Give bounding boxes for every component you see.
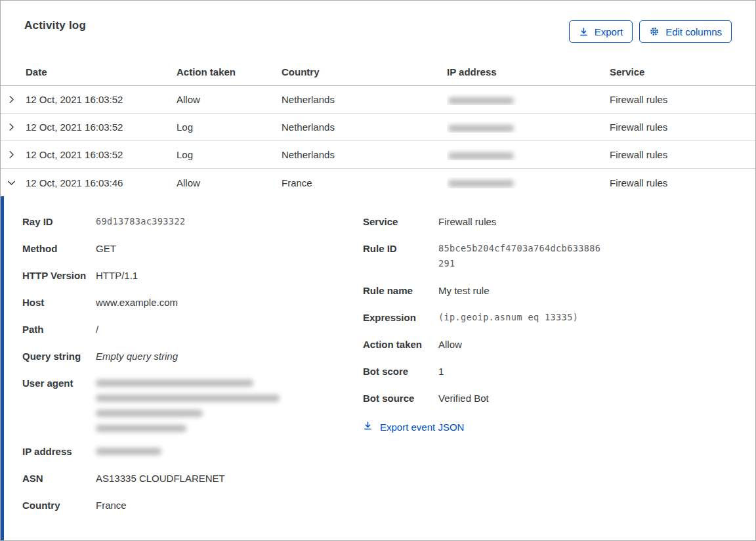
row-country: Netherlands xyxy=(282,121,447,133)
redacted-ip-value xyxy=(448,180,514,187)
detail-value: (ip.geoip.asnum eq 13335) xyxy=(438,310,604,325)
detail-label: Service xyxy=(363,214,438,229)
row-service: Firewall rules xyxy=(610,94,755,105)
export-button[interactable]: Export xyxy=(569,20,633,43)
detail-column-left: Ray ID69d13783ac393322MethodGETHTTP Vers… xyxy=(22,214,363,541)
row-country: France xyxy=(282,177,447,188)
detail-value: Verified Bot xyxy=(438,391,732,406)
event-detail-panel: Ray ID69d13783ac393322MethodGETHTTP Vers… xyxy=(1,196,755,541)
column-header-country: Country xyxy=(282,66,447,77)
edit-columns-button-label: Edit columns xyxy=(665,26,722,37)
detail-entry: MethodGET xyxy=(22,241,363,256)
redacted-ip-value xyxy=(448,97,514,104)
row-country: Netherlands xyxy=(282,94,447,105)
detail-label: Bot score xyxy=(363,364,438,379)
detail-column-right: ServiceFirewall rulesRule ID85bce5b204cf… xyxy=(363,214,732,541)
row-action-taken: Log xyxy=(177,149,282,160)
table-row[interactable]: 12 Oct, 2021 16:03:52LogNetherlandsFirew… xyxy=(1,114,755,141)
detail-value: GET xyxy=(96,241,363,256)
detail-value: 69d13783ac393322 xyxy=(96,214,363,229)
detail-label: HTTP Version xyxy=(22,268,96,283)
detail-label: Ray ID xyxy=(22,214,96,229)
detail-value xyxy=(96,376,363,432)
redacted-ip-value xyxy=(448,125,514,132)
export-event-json-link[interactable]: Export event JSON xyxy=(363,421,464,433)
detail-label: Rule ID xyxy=(363,241,438,271)
table-header: Date Action taken Country IP address Ser… xyxy=(1,58,755,86)
detail-entry: ASNAS13335 CLOUDFLARENET xyxy=(22,471,363,486)
redacted-value xyxy=(96,376,363,432)
detail-entry: HTTP VersionHTTP/1.1 xyxy=(22,268,363,283)
chevron-right-icon[interactable] xyxy=(1,150,26,160)
redacted-line xyxy=(96,395,280,402)
download-icon xyxy=(363,421,373,433)
row-date: 12 Oct, 2021 16:03:52 xyxy=(26,121,177,133)
detail-value: France xyxy=(96,498,363,513)
detail-value: 85bce5b204cf4703a764dcb633886291 xyxy=(438,241,604,271)
detail-label: Method xyxy=(22,241,96,256)
row-date: 12 Oct, 2021 16:03:46 xyxy=(26,177,177,188)
row-ip-address xyxy=(447,177,610,188)
row-ip-address xyxy=(447,149,610,160)
redacted-line xyxy=(96,448,161,455)
column-header-ip-address: IP address xyxy=(447,66,610,77)
detail-entry: Query stringEmpty query string xyxy=(22,349,363,364)
detail-entry: IP address xyxy=(22,444,363,459)
column-header-action-taken: Action taken xyxy=(177,66,282,77)
row-date: 12 Oct, 2021 16:03:52 xyxy=(26,94,177,105)
row-action-taken: Allow xyxy=(177,94,282,105)
chevron-right-icon[interactable] xyxy=(1,95,26,104)
row-service: Firewall rules xyxy=(610,121,755,133)
page-title: Activity log xyxy=(24,19,86,32)
table-row[interactable]: 12 Oct, 2021 16:03:52AllowNetherlandsFir… xyxy=(1,86,755,114)
row-country: Netherlands xyxy=(282,149,447,160)
detail-value: Allow xyxy=(438,337,732,352)
detail-entry: User agent xyxy=(22,376,363,432)
table-row[interactable]: 12 Oct, 2021 16:03:52LogNetherlandsFirew… xyxy=(1,141,755,169)
detail-value: My test rule xyxy=(438,283,732,298)
redacted-line xyxy=(96,410,203,417)
detail-value: HTTP/1.1 xyxy=(96,268,363,283)
row-service: Firewall rules xyxy=(610,177,755,188)
detail-label: Rule name xyxy=(363,283,438,298)
chevron-right-icon[interactable] xyxy=(1,122,26,132)
column-header-service: Service xyxy=(610,66,755,77)
toolbar: Export Edit columns xyxy=(569,20,732,43)
detail-value: Firewall rules xyxy=(438,214,732,229)
detail-label: Path xyxy=(22,322,96,337)
download-icon xyxy=(579,27,589,37)
redacted-ip-value xyxy=(448,152,514,160)
detail-entry: Expression(ip.geoip.asnum eq 13335) xyxy=(363,310,732,325)
detail-value xyxy=(96,444,363,459)
detail-entry: Action takenAllow xyxy=(363,337,732,352)
detail-entry: Ray ID69d13783ac393322 xyxy=(22,214,363,229)
detail-entry: ServiceFirewall rules xyxy=(363,214,732,229)
detail-entry: Rule ID85bce5b204cf4703a764dcb633886291 xyxy=(363,241,732,271)
detail-value: 1 xyxy=(438,364,732,379)
row-action-taken: Allow xyxy=(177,177,282,188)
table-row[interactable]: 12 Oct, 2021 16:03:46AllowFranceFirewall… xyxy=(1,169,755,196)
detail-label: Action taken xyxy=(363,337,438,352)
detail-value: www.example.com xyxy=(96,295,363,310)
redacted-line xyxy=(96,379,253,387)
column-header-date: Date xyxy=(26,66,177,77)
row-ip-address xyxy=(447,121,610,133)
detail-label: Query string xyxy=(22,349,96,364)
row-ip-address xyxy=(447,94,610,105)
export-button-label: Export xyxy=(595,26,623,37)
detail-entry: Hostwww.example.com xyxy=(22,295,363,310)
chevron-down-icon[interactable] xyxy=(1,178,26,188)
detail-entry: Path/ xyxy=(22,322,363,337)
export-event-json-label: Export event JSON xyxy=(380,422,464,433)
detail-entry: Bot score1 xyxy=(363,364,732,379)
edit-columns-button[interactable]: Edit columns xyxy=(639,20,732,43)
detail-entry: Bot sourceVerified Bot xyxy=(363,391,732,406)
row-action-taken: Log xyxy=(177,121,282,133)
activity-log-panel: Activity log Export Edit columns Date Ac… xyxy=(0,0,756,541)
table-body: 12 Oct, 2021 16:03:52AllowNetherlandsFir… xyxy=(1,86,755,196)
detail-value: Empty query string xyxy=(96,349,363,364)
redacted-value xyxy=(96,444,363,455)
detail-label: Country xyxy=(22,498,96,513)
detail-label: Bot source xyxy=(363,391,438,406)
detail-label: Expression xyxy=(363,310,438,325)
